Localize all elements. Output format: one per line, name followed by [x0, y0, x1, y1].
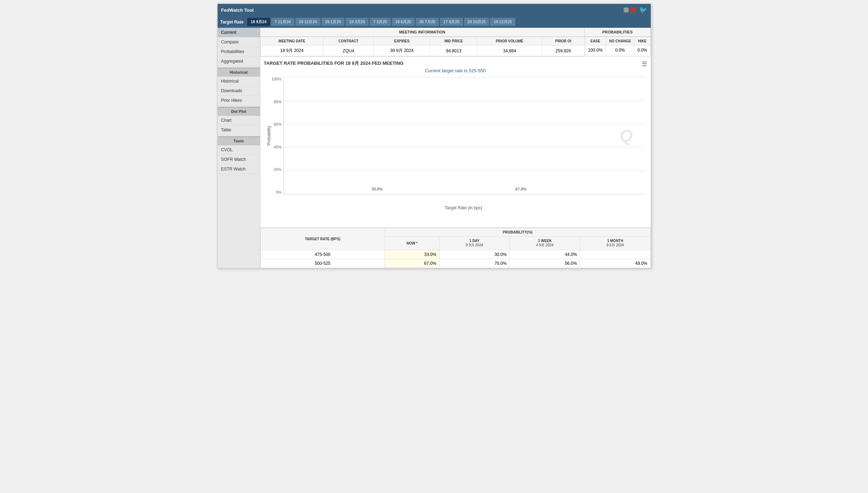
data-cell-0-3: [580, 250, 650, 259]
meeting-data-4: 34,864: [477, 46, 542, 56]
prob-data-1: 0.0%: [606, 46, 634, 55]
prob-data-0: 100.0%: [585, 46, 606, 55]
toolbar-tabs: 18 9月247 11月2418 12月2429 1月2519 3月257 5月…: [247, 18, 515, 26]
data-table: TARGET RATE (BPS) PROBABILITY(%) NOW *1 …: [260, 228, 651, 268]
y-label-100: 100%: [271, 77, 281, 81]
meeting-info: MEETING INFORMATION MEETING DATECONTRACT…: [260, 28, 585, 56]
meeting-col-meeting-date: MEETING DATE: [260, 37, 323, 46]
chart-menu-icon[interactable]: ☰: [641, 60, 647, 68]
sidebar-item-cvol[interactable]: CVOL: [218, 145, 260, 155]
time-col-1day: 1 DAY9 9月 2024: [439, 237, 510, 250]
prob-data-2: 0.0%: [634, 46, 650, 55]
tab-dec24[interactable]: 18 12月24: [295, 18, 321, 26]
prob-col-no-change: NO CHANGE: [606, 37, 634, 46]
meeting-data-5: 259,926: [542, 46, 584, 56]
table-row-0: 475-50033.0%30.0%44.0%: [260, 250, 650, 259]
sidebar-group-tools: Tools: [218, 136, 260, 145]
title-bar: FedWatch Tool 🐦: [218, 4, 651, 16]
meeting-col-contract: CONTRACT: [323, 37, 374, 46]
sidebar-item-sofr[interactable]: SOFR Watch: [218, 155, 260, 164]
toolbar: Target Rate 18 9月247 11月2418 12月2429 1月2…: [218, 16, 651, 28]
data-cell-1-0: 67.0%: [385, 259, 439, 268]
refresh-icon[interactable]: [624, 7, 629, 12]
meeting-col-prior-oi: PRIOR OI: [542, 37, 584, 46]
target-rate-header: TARGET RATE (BPS): [260, 228, 385, 250]
time-col-1week: 1 WEEK4 9月 2024: [510, 237, 580, 250]
chart-bars-area: 33.0% 475-500 67.0% 500-525 Q: [284, 77, 644, 194]
tab-sep25[interactable]: 17 9月25: [440, 18, 463, 26]
toolbar-label: Target Rate: [220, 20, 244, 25]
sidebar-item-aggregated[interactable]: Aggregated: [218, 57, 260, 66]
tab-dec25[interactable]: 10 12月25: [490, 18, 515, 26]
tab-jun25[interactable]: 18 6月25: [392, 18, 415, 26]
prob-col-hike: HIKE: [634, 37, 650, 46]
sidebar-item-table[interactable]: Table: [218, 125, 260, 135]
target-rate-cell-1: 500-525: [260, 259, 385, 268]
meeting-data-1: ZQU4: [323, 46, 374, 56]
probabilities-panel: PROBABILITIES EASENO CHANGEHIKE 100.0%0.…: [585, 28, 651, 56]
sidebar-item-downloads[interactable]: Downloads: [218, 86, 260, 96]
probabilities-title: PROBABILITIES: [585, 28, 651, 37]
chart-section: TARGET RATE PROBABILITIES FOR 18 9月 2024…: [260, 57, 651, 227]
data-cell-1-3: 49.0%: [580, 259, 650, 268]
data-cell-0-2: 44.0%: [510, 250, 580, 259]
data-table-header-1: TARGET RATE (BPS) PROBABILITY(%): [260, 228, 650, 237]
prob-col-ease: EASE: [585, 37, 606, 46]
app-window: FedWatch Tool 🐦 Target Rate 18 9月247 11月…: [217, 4, 651, 268]
sidebar-group-dot plot: Dot Plot: [218, 107, 260, 116]
sidebar-item-estr[interactable]: ESTR Watch: [218, 164, 260, 174]
prob-table: EASENO CHANGEHIKE 100.0%0.0%0.0%: [585, 37, 651, 55]
sidebar-item-chart[interactable]: Chart: [218, 116, 260, 125]
chart-container: Probability 100% 80% 60% 40% 20% 0%: [264, 77, 647, 212]
sidebar-item-prior-hikes[interactable]: Prior Hikes: [218, 96, 260, 105]
tab-mar25[interactable]: 19 3月25: [345, 18, 369, 26]
close-icon[interactable]: [631, 7, 636, 12]
sidebar: CurrentCompareProbabilitiesAggregatedHis…: [218, 28, 260, 268]
content: MEETING INFORMATION MEETING DATECONTRACT…: [260, 28, 651, 268]
y-axis-title: Probability: [266, 126, 271, 146]
y-label-20: 20%: [274, 167, 281, 172]
title-bar-icons: [624, 7, 636, 12]
sidebar-item-probabilities[interactable]: Probabilities: [218, 47, 260, 57]
sidebar-item-current[interactable]: Current: [218, 28, 260, 37]
time-col-1month: 1 MONTH9 8月 2024: [580, 237, 650, 250]
meeting-data-2: 30 9月 2024: [374, 46, 430, 56]
chart-watermark: Q: [619, 126, 633, 145]
meeting-data-0: 18 9月 2024: [260, 46, 323, 56]
meeting-col-mid-price: MID PRICE: [430, 37, 477, 46]
bar-1-label: 33.0%: [356, 187, 399, 191]
top-info-row: MEETING INFORMATION MEETING DATECONTRACT…: [260, 28, 651, 57]
y-label-0: 0%: [276, 190, 282, 194]
probability-header: PROBABILITY(%): [385, 228, 650, 237]
sidebar-item-compare[interactable]: Compare: [218, 37, 260, 47]
chart-title: TARGET RATE PROBABILITIES FOR 18 9月 2024…: [264, 60, 647, 67]
data-table-section: TARGET RATE (BPS) PROBABILITY(%) NOW *1 …: [260, 227, 651, 268]
meeting-col-expires: EXPIRES: [374, 37, 430, 46]
tab-jan25[interactable]: 29 1月25: [322, 18, 345, 26]
tab-sep24[interactable]: 18 9月24: [247, 18, 270, 26]
meeting-table: MEETING DATECONTRACTEXPIRESMID PRICEPRIO…: [260, 37, 585, 56]
tab-oct25[interactable]: 29 10月25: [464, 18, 489, 26]
target-rate-cell-0: 475-500: [260, 250, 385, 259]
sidebar-content: CurrentCompareProbabilitiesAggregatedHis…: [218, 28, 260, 174]
twitter-icon[interactable]: 🐦: [639, 6, 647, 14]
tab-nov24[interactable]: 7 11月24: [271, 18, 294, 26]
data-cell-0-0: 33.0%: [385, 250, 439, 259]
meeting-data-3: 94.8013: [430, 46, 477, 56]
meeting-info-title: MEETING INFORMATION: [260, 28, 585, 37]
sidebar-item-historical[interactable]: Historical: [218, 77, 260, 86]
y-label-60: 60%: [274, 122, 281, 126]
tab-may25[interactable]: 7 5月25: [370, 18, 391, 26]
app-title: FedWatch Tool: [221, 7, 254, 13]
data-cell-0-1: 30.0%: [439, 250, 510, 259]
x-axis-title: Target Rate (in bps): [284, 205, 644, 210]
chart-subtitle: Current target rate is 525-550: [264, 68, 647, 73]
y-label-40: 40%: [274, 145, 281, 149]
main-layout: CurrentCompareProbabilitiesAggregatedHis…: [218, 28, 651, 268]
bar-2-label: 67.0%: [500, 187, 542, 191]
tab-jul25[interactable]: 30 7月25: [416, 18, 439, 26]
sidebar-group-historical: Historical: [218, 68, 260, 77]
y-label-80: 80%: [274, 100, 281, 104]
meeting-col-prior-volume: PRIOR VOLUME: [477, 37, 542, 46]
data-table-body: 475-50033.0%30.0%44.0%500-52567.0%70.0%5…: [260, 250, 650, 268]
